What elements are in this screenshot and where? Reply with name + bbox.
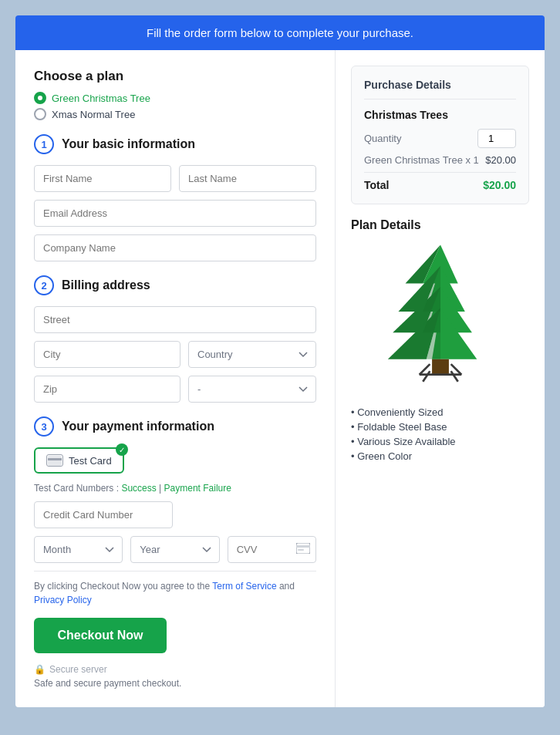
banner-text: Fill the order form below to complete yo… [147,26,413,39]
test-card-note: Test Card Numbers : Success | Payment Fa… [34,483,316,494]
plan-option-xmas[interactable]: Xmas Normal Tree [34,108,316,120]
first-name-input[interactable] [34,165,171,192]
company-row [34,234,316,261]
name-row [34,165,316,192]
feature-4: Green Color [351,450,529,462]
card-label: Test Card [69,455,112,467]
email-row [34,200,316,227]
plan-details-title: Plan Details [351,218,529,232]
step3-header: 3 Your payment information [34,416,316,437]
radio-selected-icon [34,92,46,104]
secure-subtext: Safe and secure payment checkout. [34,678,316,689]
svg-rect-0 [48,456,62,466]
right-panel: Purchase Details Christmas Trees Quantit… [336,50,545,707]
purchase-box-title: Purchase Details [364,79,516,99]
zip-state-row: - [34,376,316,403]
choose-plan-title: Choose a plan [34,69,316,84]
terms-divider [34,571,316,571]
step2-title: Billing address [62,278,150,292]
item-price: $20.00 [485,154,516,166]
terms-link[interactable]: Term of Service [212,581,276,592]
month-select[interactable]: Month 010203 040506 070809 101112 [34,536,123,563]
plan-features-list: Conveniently Sized Foldable Steel Base V… [351,406,529,462]
svg-rect-1 [48,458,62,460]
quantity-label: Quantity [364,133,401,144]
svg-rect-3 [296,545,310,548]
privacy-link[interactable]: Privacy Policy [34,595,92,605]
cvv-wrapper [228,536,316,563]
total-price: $20.00 [483,179,516,191]
radio-unselected-icon [34,108,46,120]
test-failure-link[interactable]: Payment Failure [164,483,231,494]
svg-rect-13 [432,359,449,375]
step1-circle: 1 [34,134,54,154]
svg-line-17 [423,371,430,382]
purchase-box: Purchase Details Christmas Trees Quantit… [351,66,529,204]
plan-xmas-label: Xmas Normal Tree [52,109,135,120]
svg-line-18 [450,371,457,382]
main-content: Choose a plan Green Christmas Tree Xmas … [15,50,545,707]
item-row: Green Christmas Tree x 1 $20.00 [364,154,516,166]
email-input[interactable] [34,200,316,227]
lock-icon: 🔒 [34,664,46,675]
svg-rect-4 [298,549,304,551]
month-year-cvv-row: Month 010203 040506 070809 101112 Year 2… [34,536,316,563]
secure-note: 🔒 Secure server [34,664,316,675]
state-select[interactable]: - [188,376,316,403]
company-input[interactable] [34,234,316,261]
terms-text: By clicking Checkout Now you agree to th… [34,579,316,607]
quantity-row: Quantity [364,129,516,148]
street-row [34,306,316,333]
year-wrapper: Year 202420252026 20272028 [130,536,219,563]
state-wrapper: - [188,376,316,403]
step1-title: Your basic information [62,137,195,151]
feature-2: Foldable Steel Base [351,421,529,433]
step2-circle: 2 [34,275,54,295]
total-label: Total [364,179,389,191]
country-select[interactable]: Country [188,341,316,368]
card-icon [46,454,63,467]
street-input[interactable] [34,306,316,333]
plan-option-green[interactable]: Green Christmas Tree [34,92,316,104]
left-panel: Choose a plan Green Christmas Tree Xmas … [15,50,336,707]
city-input[interactable] [34,341,180,368]
cvv-card-icon [296,543,310,557]
step2-header: 2 Billing address [34,275,316,295]
feature-3: Various Size Available [351,436,529,447]
christmas-tree-image [379,241,502,396]
checkout-button[interactable]: Checkout Now [34,618,167,653]
cc-row [34,501,316,528]
city-country-row: Country [34,341,316,368]
feature-1: Conveniently Sized [351,406,529,418]
step3-title: Your payment information [62,420,214,433]
month-wrapper: Month 010203 040506 070809 101112 [34,536,123,563]
total-row: Total $20.00 [364,172,516,191]
country-wrapper: Country [188,341,316,368]
step1-header: 1 Your basic information [34,134,316,154]
quantity-input[interactable] [477,129,516,148]
card-option[interactable]: ✓ Test Card [34,447,124,474]
cc-number-input[interactable] [34,501,173,528]
item-label: Green Christmas Tree x 1 [364,154,479,166]
last-name-input[interactable] [179,165,316,192]
tree-image-wrapper [351,241,529,396]
svg-rect-2 [296,543,310,554]
zip-input[interactable] [34,376,180,403]
secure-label: Secure server [49,664,107,675]
top-banner: Fill the order form below to complete yo… [15,15,545,50]
year-select[interactable]: Year 202420252026 20272028 [130,536,219,563]
product-title: Christmas Trees [364,109,516,121]
test-success-link[interactable]: Success [121,483,156,494]
step3-circle: 3 [34,416,54,437]
card-check-icon: ✓ [116,443,128,456]
page-wrapper: Fill the order form below to complete yo… [15,15,545,707]
plan-green-label: Green Christmas Tree [52,93,150,104]
